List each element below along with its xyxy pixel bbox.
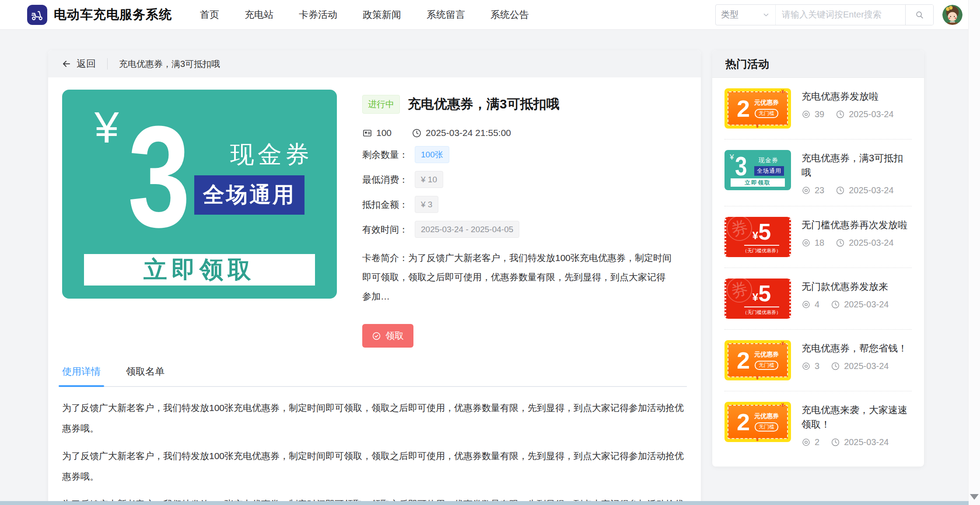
menu-item-coupons[interactable]: 卡券活动 — [299, 8, 337, 21]
navbar-right: 类型 — [715, 4, 962, 25]
stock-count: 100 — [376, 128, 392, 138]
field-label: 最低消费： — [362, 174, 415, 186]
field-label: 剩余数量： — [362, 149, 415, 161]
hot-activity-date: 2025-03-24 — [844, 361, 889, 371]
hot-activity-item[interactable]: 2 元优惠券 无门槛 ¥ ¥ 充电优惠券发放啦 39 — [724, 78, 912, 139]
coupon-thumb-teal: ¥ 3 现金券 全场通用 立即领取 — [724, 150, 791, 190]
field-min-spend: 最低消费： ¥ 10 — [362, 171, 687, 188]
hot-activity-meta: 4 2025-03-24 — [802, 300, 889, 310]
eye-icon — [802, 186, 811, 195]
hot-activity-thumbnail: 2 元优惠券 无门槛 ¥ ¥ — [724, 340, 791, 380]
scroll-down-arrow-icon[interactable] — [970, 494, 979, 500]
hot-activity-thumbnail: 2 元优惠券 无门槛 ¥ ¥ — [724, 88, 791, 129]
hot-activity-title: 充电优惠来袭，大家速速领取！ — [802, 403, 912, 432]
brand[interactable]: 电动车充电服务系统 — [27, 5, 172, 25]
thumb-currency: ¥ — [752, 230, 758, 241]
tab-claimers-list[interactable]: 领取名单 — [126, 365, 164, 386]
menu-item-home[interactable]: 首页 — [200, 8, 219, 21]
search-type-select[interactable]: 类型 — [716, 5, 775, 25]
coupon-thumb-orange: 2 元优惠券 无门槛 ¥ ¥ — [724, 88, 791, 129]
banner-amount: 3 — [128, 104, 190, 249]
field-remaining: 剩余数量： 100张 — [362, 146, 687, 163]
hot-activity-thumbnail: ¥ 3 现金券 全场通用 立即领取 — [724, 150, 791, 190]
clock-icon — [836, 186, 845, 195]
coupon-thumb-red: 券 ¥ 5 （无门槛优惠券） — [724, 279, 791, 319]
field-valid-time: 有效时间： 2025-03-24 - 2025-04-05 — [362, 221, 687, 238]
banner-action-text: 立即领取 — [144, 254, 256, 286]
thumb-deco-mark: ¥ — [781, 89, 784, 94]
hot-activity-item[interactable]: 2 元优惠券 无门槛 ¥ ¥ 充电优惠来袭，大家速速领取！ 2 — [724, 391, 912, 458]
clock-icon — [831, 362, 840, 371]
coupon-info: 进行中 充电优惠券，满3可抵扣哦 100 2025-03-24 2 — [362, 90, 687, 348]
hot-activity-meta: 2 2025-03-24 — [802, 437, 912, 447]
menu-item-notices[interactable]: 系统公告 — [490, 8, 529, 21]
remaining-tag: 100张 — [415, 146, 449, 163]
thumb-deco-mark: ¥ — [756, 123, 759, 129]
coupon-thumb-orange: 2 元优惠券 无门槛 ¥ ¥ — [724, 340, 791, 380]
search-input[interactable] — [775, 5, 905, 25]
hot-activity-date: 2025-03-24 — [849, 185, 893, 195]
banner-type-text: 现金券 — [230, 139, 313, 171]
field-deduct: 抵扣金额： ¥ 3 — [362, 196, 687, 213]
coupon-title: 充电优惠券，满3可抵扣哦 — [408, 95, 560, 113]
breadcrumb-title: 充电优惠券，满3可抵扣哦 — [119, 58, 220, 70]
search-group: 类型 — [715, 4, 934, 25]
app-title: 电动车充电服务系统 — [54, 6, 172, 24]
thumb-deco-mark: ¥ — [781, 341, 784, 346]
claim-button[interactable]: 领取 — [362, 324, 413, 348]
main-menu: 首页 充电站 卡券活动 政策新闻 系统留言 系统公告 — [200, 8, 529, 21]
user-avatar[interactable] — [942, 5, 962, 25]
thumb-amount: 3 — [735, 153, 747, 180]
hot-activity-item[interactable]: ¥ 3 现金券 全场通用 立即领取 充电优惠券，满3可抵扣哦 23 — [724, 139, 912, 206]
banner-scope-badge: 全场通用 — [194, 175, 304, 215]
hot-activities-list: 2 元优惠券 无门槛 ¥ ¥ 充电优惠券发放啦 39 — [712, 78, 924, 458]
coupon-thumb-orange: 2 元优惠券 无门槛 ¥ ¥ — [724, 402, 791, 442]
thumb-currency: ¥ — [752, 292, 758, 303]
vertical-scrollbar[interactable] — [968, 0, 980, 505]
hot-activity-meta: 18 2025-03-24 — [802, 238, 907, 248]
hot-activity-item[interactable]: 券 ¥ 5 （无门槛优惠券） 无门款优惠券发放来 4 — [724, 268, 912, 329]
coupon-image: ¥ 3 现金券 全场通用 立即领取 — [62, 90, 337, 299]
field-label: 抵扣金额： — [362, 199, 415, 211]
deduct-tag: ¥ 3 — [415, 196, 438, 213]
breadcrumb: 返回 充电优惠券，满3可抵扣哦 — [48, 50, 701, 77]
thumb-deco-mark: ¥ — [756, 375, 759, 380]
thumb-badge-text: 无门槛 — [755, 109, 778, 118]
menu-item-messages[interactable]: 系统留言 — [427, 8, 465, 21]
hot-activity-date: 2025-03-24 — [849, 109, 893, 119]
check-circle-icon — [372, 331, 381, 341]
hot-activity-meta: 3 2025-03-24 — [802, 361, 907, 371]
thumb-unit-text: 元优惠券 — [754, 99, 779, 107]
hot-activity-thumbnail: 券 ¥ 5 （无门槛优惠券） — [724, 217, 791, 257]
thumb-unit-text: 元优惠券 — [754, 412, 779, 420]
horizontal-scrollbar[interactable] — [0, 501, 969, 505]
chevron-down-icon — [762, 11, 770, 19]
hot-activity-item[interactable]: 券 ¥ 5 （无门槛优惠券） 无门槛优惠券再次发放啦 18 — [724, 206, 912, 268]
search-type-value: 类型 — [721, 9, 738, 21]
menu-item-news[interactable]: 政策新闻 — [363, 8, 401, 21]
thumb-note-text: （无门槛优惠券） — [742, 247, 781, 254]
search-button[interactable] — [905, 5, 933, 25]
back-button[interactable]: 返回 — [61, 57, 96, 70]
top-navbar: 电动车充电服务系统 首页 充电站 卡券活动 政策新闻 系统留言 系统公告 类型 — [0, 0, 980, 30]
hot-activity-views: 2 — [815, 437, 819, 447]
breadcrumb-divider — [107, 58, 108, 70]
hot-activities-card: 热门活动 2 元优惠券 无门槛 ¥ ¥ 充电优惠券发放啦 — [712, 50, 924, 467]
thumb-amount: 5 — [758, 282, 771, 305]
thumb-scope-badge: 全场通用 — [754, 166, 784, 176]
hot-activity-views: 3 — [815, 361, 819, 371]
eye-icon — [802, 300, 811, 309]
thumb-badge-text: 无门槛 — [755, 361, 778, 370]
hot-activity-item[interactable]: 2 元优惠券 无门槛 ¥ ¥ 充电优惠券，帮您省钱！ 3 — [724, 329, 912, 391]
scooter-icon — [30, 8, 44, 22]
eye-icon — [802, 438, 811, 447]
coupon-detail-card: 返回 充电优惠券，满3可抵扣哦 ¥ 3 现金券 全场通用 立即领取 进行中 充电… — [48, 50, 701, 505]
thumb-amount: 2 — [737, 97, 750, 120]
valid-time-tag: 2025-03-24 - 2025-04-05 — [415, 221, 519, 238]
intro-text: 为了反馈广大新老客户，我们特发放100张充电优惠券，制定时间即可领取，领取之后即… — [362, 253, 672, 301]
tab-usage-detail[interactable]: 使用详情 — [62, 365, 101, 386]
menu-item-stations[interactable]: 充电站 — [245, 8, 273, 21]
clock-icon — [831, 438, 840, 447]
thumb-deco-mark: ¥ — [756, 437, 759, 442]
back-label: 返回 — [77, 57, 96, 70]
